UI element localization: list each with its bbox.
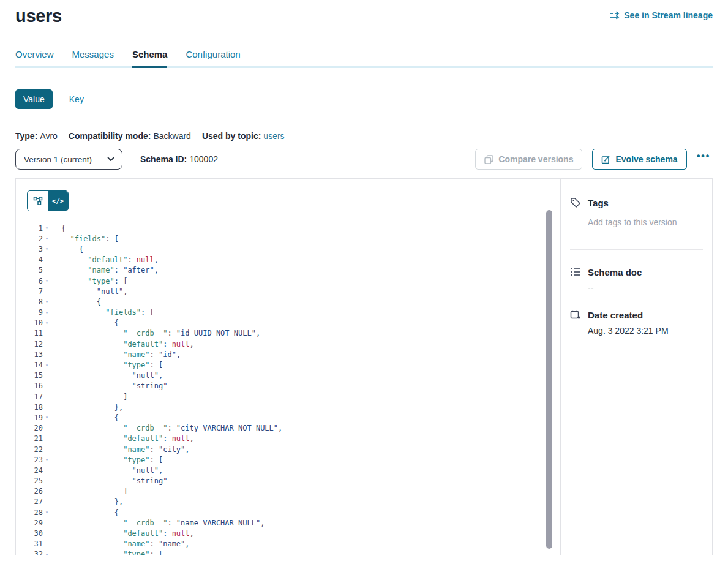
compare-versions-button[interactable]: Compare versions [475,149,582,170]
evolve-schema-button[interactable]: Evolve schema [592,149,686,170]
code-line: 4 "default": null, [27,255,560,265]
fold-spacer [43,434,51,444]
line-number: 23 [27,456,43,464]
fold-spacer [43,486,51,497]
tab-messages[interactable]: Messages [72,49,114,68]
code-line: 26 ] [27,486,560,497]
code-text: "string" [51,382,167,390]
fold-arrow-icon[interactable]: ▾ [43,233,51,244]
tab-schema[interactable]: Schema [132,49,168,68]
fold-arrow-icon[interactable]: ▾ [43,412,51,423]
code-line: 2▾ "fields": [ [27,233,560,244]
code-text: "default": null, [51,255,159,264]
fold-spacer [43,339,51,349]
code-text: "__crdb__": "id UUID NOT NULL", [51,329,260,337]
code-line: 29 "__crdb__": "name VARCHAR NULL", [27,518,560,528]
code-line: 6▾ "type": [ [27,276,560,286]
line-number: 14 [27,361,43,369]
code-line: 25 "string" [27,476,560,486]
type-value: Avro [40,131,58,141]
line-number: 19 [27,413,43,422]
code-line: 13 "name": "id", [27,349,560,360]
code-text: "type": [ [51,456,163,464]
code-line: 8▾ { [27,296,560,307]
code-text: { [51,298,101,306]
tab-overview[interactable]: Overview [15,49,54,68]
fold-spacer [43,539,51,549]
fold-spacer [43,328,51,339]
evolve-schema-label: Evolve schema [615,154,677,164]
value-toggle-button[interactable]: Value [15,89,53,109]
code-line: 18 }, [27,402,560,412]
fold-spacer [43,528,51,538]
line-number: 3 [27,245,43,254]
tree-view-button[interactable] [28,191,48,211]
tags-heading: Tags [570,197,703,208]
schema-id-label: Schema ID: [140,154,187,164]
calendar-icon [570,309,581,320]
line-number: 13 [27,350,43,359]
schema-doc-value: -- [588,283,703,293]
used-by-topic-meta: Used by topic:users [202,131,285,141]
code-view-button[interactable]: </> [48,191,68,211]
code-text: { [51,508,119,517]
fold-arrow-icon[interactable]: ▾ [43,296,51,307]
line-number: 26 [27,487,43,495]
code-line: 16 "string" [27,381,560,391]
line-number: 12 [27,340,43,348]
line-number: 9 [27,308,43,317]
key-toggle-link[interactable]: Key [69,94,84,104]
fold-arrow-icon[interactable]: ▾ [43,307,51,318]
fold-arrow-icon[interactable]: ▾ [43,276,51,286]
fold-spacer [43,286,51,296]
line-number: 1 [27,224,43,233]
code-scrollbar[interactable] [546,210,552,549]
sidebar-divider [570,249,703,250]
compatibility-value: Backward [153,131,190,141]
line-number: 7 [27,287,43,296]
code-text: }, [51,403,123,412]
schema-sidebar: Tags Schema doc [560,179,712,555]
page-title: users [15,6,62,26]
tags-input[interactable] [588,214,704,233]
schema-doc-heading: Schema doc [570,266,703,277]
code-line: 14▾ "type": [ [27,360,560,370]
line-number: 17 [27,393,43,401]
line-number: 16 [27,382,43,390]
fold-arrow-icon[interactable]: ▾ [43,223,51,233]
edit-icon [601,155,610,164]
line-number: 21 [27,434,43,443]
fold-arrow-icon[interactable]: ▾ [43,318,51,328]
fold-spacer [43,423,51,434]
date-created-heading: Date created [570,309,703,320]
code-text: "null", [51,371,163,380]
more-actions-button[interactable]: ••• [694,150,713,168]
fold-spacer [43,265,51,276]
line-number: 31 [27,540,43,548]
code-line: 9▾ "fields": [ [27,307,560,318]
fold-arrow-icon[interactable]: ▾ [43,244,51,254]
schema-view-toggle: </> [27,190,69,211]
code-text: "default": null, [51,340,194,348]
tag-icon [570,197,581,208]
code-text: ] [51,393,127,401]
code-line: 32▾ "type": [ [27,549,560,555]
topic-link[interactable]: users [263,131,284,141]
code-line: 23▾ "type": [ [27,454,560,465]
fold-spacer [43,518,51,528]
fold-arrow-icon[interactable]: ▾ [43,549,51,555]
version-select[interactable]: Version 1 (current) [15,149,122,170]
fold-spacer [43,371,51,381]
fold-arrow-icon[interactable]: ▾ [43,360,51,370]
code-text: { [51,413,119,422]
tab-configuration[interactable]: Configuration [186,49,240,68]
stream-lineage-link[interactable]: See in Stream lineage [609,10,713,20]
code-line: 20 "__crdb__": "city VARCHAR NOT NULL", [27,423,560,434]
fold-spacer [43,381,51,391]
fold-arrow-icon[interactable]: ▾ [43,507,51,518]
chevron-down-icon [107,157,114,162]
fold-arrow-icon[interactable]: ▾ [43,454,51,465]
code-line: 22 "name": "city", [27,444,560,454]
code-text: "type": [ [51,277,127,285]
code-line: 7 "null", [27,286,560,296]
